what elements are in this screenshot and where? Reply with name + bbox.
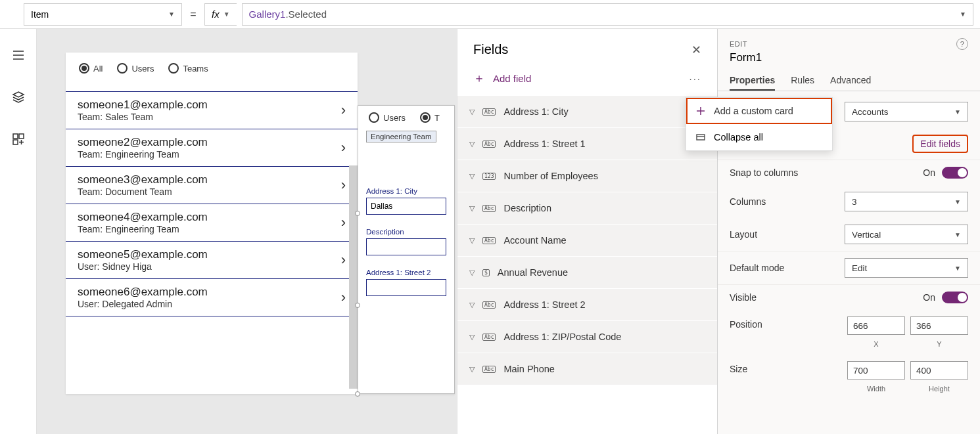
width-label: Width [847,385,905,393]
chevron-right-icon: › [341,102,346,119]
edit-fields-button[interactable]: Edit fields [912,135,968,153]
chevron-right-icon: › [341,289,346,306]
field-row[interactable]: ▽AbcDescription [457,192,717,224]
visible-toggle[interactable] [942,292,968,303]
menu-add-custom-card[interactable]: Add a custom card [686,98,832,124]
gallery-item[interactable]: someone4@example.comTeam: Engineering Te… [66,204,358,242]
scrollbar[interactable] [349,165,358,389]
field-row[interactable]: ▽$Annual Revenue [457,256,717,288]
svg-rect-3 [697,135,705,140]
add-field-button[interactable]: ＋ Add field [473,70,531,86]
components-icon[interactable] [12,133,25,148]
field-input-description[interactable] [366,238,446,255]
context-menu: Add a custom card Collapse all [686,97,833,151]
canvas: All Users Teams someone1@example.comTeam… [37,29,457,434]
chevron-down-icon: ▽ [469,108,475,116]
field-label-street2: Address 1: Street 2 [358,269,454,276]
field-row[interactable]: ▽AbcMain Phone [457,353,717,385]
equals-sign: = [187,9,199,20]
tab-properties[interactable]: Properties [730,71,775,91]
gallery-item[interactable]: someone2@example.comTeam: Engineering Te… [66,129,358,167]
left-nav [0,29,37,434]
field-label-city: Address 1: City [358,187,454,195]
field-row[interactable]: ▽123Number of Employees [457,160,717,192]
gallery-item[interactable]: someone1@example.comTeam: Sales Team› [66,91,358,129]
radio-teams[interactable]: Teams [168,63,208,74]
visible-value: On [923,292,935,303]
type-icon: Abc [482,366,496,373]
chevron-down-icon: ▽ [469,172,475,181]
field-row[interactable]: ▽AbcAddress 1: Street 1 [457,127,717,160]
property-tabs: Properties Rules Advanced [718,71,980,91]
chevron-right-icon: › [341,214,346,231]
hamburger-icon[interactable] [12,49,25,64]
type-icon: Abc [482,237,496,244]
more-options-button[interactable]: ··· [689,73,701,84]
team-chip[interactable]: Engineering Team [366,131,436,142]
columns-label: Columns [730,196,766,207]
gallery-item[interactable]: someone6@example.comUser: Delegated Admi… [66,278,358,316]
chevron-down-icon: ▽ [469,269,475,277]
form-preview[interactable]: Users T Engineering Team Address 1: City… [358,105,455,394]
height-input[interactable]: 400 [910,361,968,380]
width-input[interactable]: 700 [847,361,905,380]
type-icon: Abc [482,108,496,116]
gallery-item[interactable]: someone3@example.comTeam: Document Team› [66,166,358,204]
field-input-street2[interactable] [366,279,446,296]
radio-all[interactable]: All [79,63,103,74]
formula-text: Gallery1.Selected [249,9,327,20]
chevron-down-icon: ▽ [469,140,475,148]
property-selector[interactable]: Item ▼ [24,3,182,26]
y-label: Y [910,340,968,348]
radio-teams-form[interactable]: T [420,112,440,123]
field-label-description: Description [358,228,454,236]
help-icon[interactable]: ? [956,38,968,50]
columns-select[interactable]: 3▼ [845,192,968,211]
svg-rect-0 [13,134,18,139]
field-row[interactable]: ▽AbcAddress 1: ZIP/Postal Code [457,320,717,353]
tab-rules[interactable]: Rules [791,71,814,91]
height-label: Height [910,385,968,393]
svg-rect-1 [19,134,24,139]
snap-value: On [923,167,935,178]
snap-toggle[interactable] [942,167,968,179]
resize-handle[interactable] [355,391,360,397]
formula-input[interactable]: Gallery1.Selected ▼ [242,3,973,26]
plus-icon: ＋ [473,70,485,86]
size-label: Size [730,361,747,374]
x-label: X [847,340,905,348]
fields-list: ▽AbcAddress 1: City ▽AbcAddress 1: Stree… [457,95,717,385]
gallery-item[interactable]: someone5@example.comUser: Sidney Higa› [66,241,358,279]
radio-users[interactable]: Users [117,63,154,74]
layers-icon[interactable] [12,91,25,106]
chevron-down-icon: ▼ [954,198,961,206]
chevron-down-icon: ▼ [168,11,175,18]
radio-group-all: All Users Teams [66,53,358,77]
edit-label: EDIT [730,40,747,48]
type-icon: Abc [482,205,496,212]
layout-label: Layout [730,229,757,240]
position-y-input[interactable]: 366 [910,316,968,335]
field-row[interactable]: ▽AbcAccount Name [457,224,717,256]
chevron-down-icon: ▼ [223,11,230,18]
resize-handle[interactable] [355,303,360,308]
close-icon[interactable]: ✕ [691,43,701,57]
defaultmode-select[interactable]: Edit▼ [845,258,968,278]
chevron-down-icon: ▽ [469,204,475,213]
control-name: Form1 [718,51,980,71]
field-input-city[interactable]: Dallas [366,198,446,215]
fx-button[interactable]: fx ▼ [204,3,237,26]
menu-collapse-all[interactable]: Collapse all [686,124,832,150]
position-x-input[interactable]: 666 [847,316,905,335]
position-label: Position [730,316,762,330]
property-selector-value: Item [31,9,49,20]
field-row[interactable]: ▽AbcAddress 1: City [457,95,717,127]
resize-handle[interactable] [355,211,360,216]
layout-select[interactable]: Vertical▼ [845,225,968,244]
datasource-select[interactable]: Accounts▼ [845,102,968,121]
type-icon: Abc [482,301,496,309]
radio-users-form[interactable]: Users [369,112,406,123]
field-row[interactable]: ▽AbcAddress 1: Street 2 [457,288,717,320]
tab-advanced[interactable]: Advanced [830,71,871,91]
chevron-down-icon: ▽ [469,236,475,245]
